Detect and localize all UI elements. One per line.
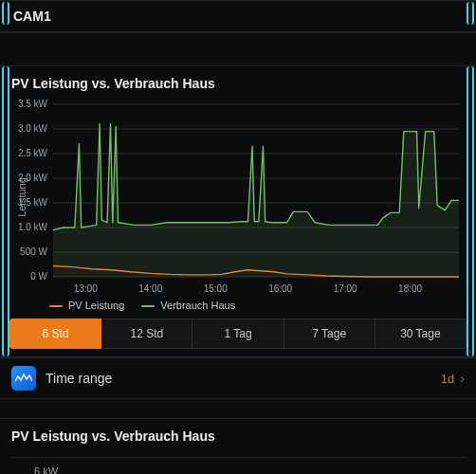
- range-button[interactable]: 30 Tage: [375, 319, 467, 349]
- svg-text:15:00: 15:00: [204, 283, 228, 294]
- legend-label: Verbrauch Haus: [160, 300, 235, 311]
- time-range-icon: [11, 366, 36, 391]
- legend-label: PV Leistung: [68, 300, 124, 311]
- range-button[interactable]: 1 Tag: [192, 319, 284, 349]
- svg-text:18:00: 18:00: [398, 283, 422, 294]
- timeseries-chart[interactable]: 0 W500 W1.0 kW1.5 kW2.0 kW2.5 kW3.0 kW3.…: [9, 99, 465, 296]
- time-range-buttons: 6 Std12 Std1 Tag7 Tage30 Tage: [9, 319, 467, 349]
- selection-bracket-right: [467, 66, 474, 356]
- svg-text:13:00: 13:00: [74, 283, 98, 294]
- svg-text:16:00: 16:00: [268, 283, 292, 294]
- range-button[interactable]: 6 Std: [9, 319, 101, 349]
- legend-item-pv[interactable]: PV Leistung: [49, 300, 124, 311]
- range-button[interactable]: 7 Tage: [284, 319, 375, 349]
- legend-item-haus[interactable]: Verbrauch Haus: [141, 300, 235, 311]
- chart-area[interactable]: Leistung 0 W500 W1.0 kW1.5 kW2.0 kW2.5 k…: [9, 99, 465, 296]
- y-axis-label: Leistung: [16, 177, 27, 217]
- legend: PV Leistung Verbrauch Haus: [9, 296, 467, 311]
- chart-title: PV Leistung vs. Verbrauch Haus: [9, 425, 467, 451]
- svg-text:14:00: 14:00: [138, 283, 162, 294]
- svg-text:0 W: 0 W: [30, 271, 47, 282]
- chart-title: PV Leistung vs. Verbrauch Haus: [9, 72, 467, 99]
- time-range-row[interactable]: Time range 1d ›: [0, 357, 476, 399]
- chart-panel-2: PV Leistung vs. Verbrauch Haus 6 kW: [0, 418, 476, 474]
- svg-text:17:00: 17:00: [334, 283, 357, 294]
- range-button[interactable]: 12 Std: [101, 319, 192, 349]
- svg-text:2.5 kW: 2.5 kW: [18, 148, 48, 158]
- time-range-label: Time range: [46, 371, 441, 386]
- selection-bracket-left: [2, 66, 9, 356]
- chart-panel: PV Leistung vs. Verbrauch Haus Leistung …: [0, 65, 476, 357]
- svg-text:3.0 kW: 3.0 kW: [18, 123, 48, 134]
- svg-text:1.0 kW: 1.0 kW: [18, 222, 48, 232]
- time-range-value: 1d: [441, 372, 454, 386]
- svg-text:500 W: 500 W: [20, 246, 47, 257]
- chevron-right-icon: ›: [460, 371, 465, 386]
- y-tick: 6 kW: [9, 457, 467, 474]
- svg-text:3.5 kW: 3.5 kW: [18, 99, 48, 109]
- header-title: CAM1: [0, 0, 476, 32]
